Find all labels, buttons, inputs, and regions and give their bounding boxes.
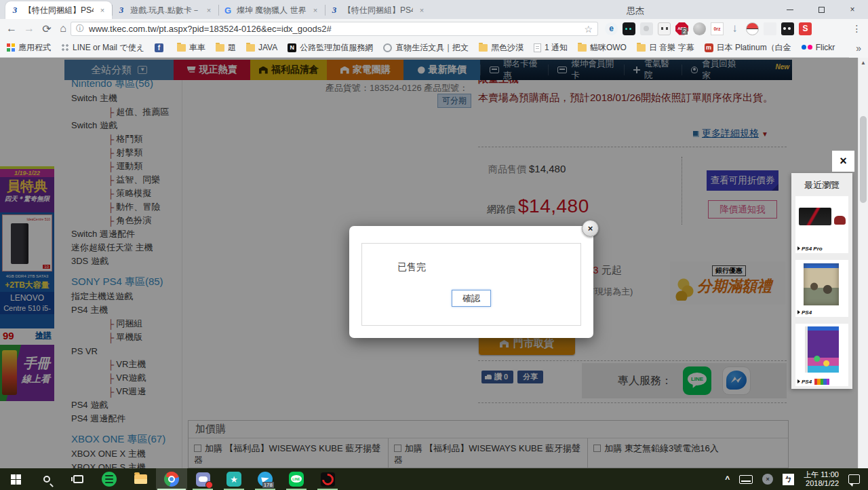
extensions-row (605, 22, 812, 35)
taskbar-spotify[interactable] (94, 468, 125, 490)
extension-icon[interactable] (799, 22, 812, 35)
tab-strip: 3 【特仕同捆組】PS4 Pro × 3 遊戲.玩具.點數卡－電視 × G 燦坤… (5, 1, 431, 19)
bookmark-star-icon[interactable]: ☆ (584, 24, 593, 35)
taskbar-line[interactable] (281, 468, 312, 490)
taskbar-clock[interactable]: 上午 11:00 2018/1/22 (804, 470, 839, 488)
bookmark-item[interactable]: 貓咪OWO (578, 42, 627, 54)
bookmark-item[interactable]: LINE or Mail で使え (61, 42, 144, 54)
browser-titlebar: 3 【特仕同捆組】PS4 Pro × 3 遊戲.玩具.點數卡－電視 × G 燦坤… (0, 0, 868, 19)
extension-icon[interactable] (764, 22, 776, 35)
bookmark-item[interactable]: 應用程式 (7, 42, 51, 54)
search-button[interactable] (31, 468, 62, 490)
bookmark-item[interactable]: 車車 (177, 42, 205, 54)
windows-taskbar: 178 ^ ㄅ 上午 11:00 2018/1/22 (0, 468, 868, 490)
taskbar-discord[interactable] (187, 468, 218, 490)
extension-icon[interactable] (728, 22, 741, 35)
browser-menu-icon[interactable]: ⋮ (850, 22, 864, 35)
tab-close-icon[interactable]: × (311, 5, 320, 15)
bookmark-item[interactable]: Flickr (802, 43, 835, 52)
dialog-close-icon[interactable]: × (582, 220, 599, 237)
forward-button[interactable]: → (20, 19, 38, 38)
extension-icon[interactable] (623, 22, 635, 35)
bookmark-item[interactable]: 題 (216, 42, 236, 54)
maximize-button[interactable] (806, 0, 837, 19)
scrollbar-thumb[interactable] (860, 116, 867, 203)
tab-close-icon[interactable]: × (98, 5, 107, 15)
bookmarks-overflow-icon[interactable]: » (849, 43, 868, 54)
recent-item[interactable]: PS4 (795, 260, 848, 317)
taskbar-garena[interactable] (312, 468, 343, 490)
platform-row: PS4 (795, 307, 848, 317)
taskbar-explorer[interactable] (125, 468, 156, 490)
spotify-icon (102, 472, 117, 487)
bookmark-item[interactable]: 黑色沙漠 (479, 42, 524, 54)
bookmark-item[interactable]: 直物生活文具｜把文 (383, 42, 469, 54)
logo-badge (814, 379, 829, 385)
extension-icon[interactable] (640, 22, 653, 35)
adblock-badge: 2 (682, 28, 688, 35)
window-controls: × (774, 0, 868, 19)
page-scrollbar[interactable]: ▲ (858, 58, 868, 468)
browser-tab[interactable]: 3 【特仕同捆組】PS4 Pro × (325, 1, 431, 19)
page-info-icon[interactable]: ⓘ (76, 23, 84, 35)
clock-time: 上午 11:00 (804, 470, 839, 479)
action-center-icon[interactable] (848, 474, 860, 484)
extension-icon[interactable] (693, 22, 706, 35)
back-button[interactable]: ← (3, 19, 20, 38)
bookmark-icon (7, 43, 15, 52)
window-user-label: 思杰 (627, 5, 644, 17)
recent-card-list: PS4 Pro PS4 PS4 (791, 196, 852, 386)
bookmark-icon (705, 43, 713, 52)
bookmark-item[interactable]: 公路監理加值服務網 (288, 42, 373, 54)
recent-item[interactable]: PS4 (795, 324, 848, 386)
scroll-up-icon[interactable]: ▲ (859, 58, 868, 68)
bookmark-label: 車車 (189, 42, 205, 54)
bookmark-label: Flickr (816, 43, 835, 52)
extension-icon[interactable] (746, 22, 759, 35)
tray-expand-icon[interactable]: ^ (725, 474, 730, 484)
task-view-button[interactable] (62, 468, 94, 490)
bookmark-item[interactable] (155, 43, 167, 52)
browser-tab[interactable]: 3 遊戲.玩具.點數卡－電視 × (112, 1, 218, 19)
taskbar-chrome[interactable] (156, 468, 187, 490)
platform-label: PS4 (802, 379, 812, 385)
taskbar-star-app[interactable] (218, 468, 250, 490)
browser-tab[interactable]: 3 【特仕同捆組】PS4 Pro × (5, 1, 112, 19)
browser-tab[interactable]: G 燦坤 魔物獵人 世界 - Go × (218, 1, 325, 19)
minimize-icon (787, 10, 793, 10)
dialog-inner-frame: 已售完 確認 (361, 243, 581, 326)
ime-indicator[interactable]: ㄅ (783, 474, 794, 485)
playstation-icon (797, 379, 800, 383)
bookmark-item[interactable]: JAVA (246, 43, 277, 52)
bookmark-item[interactable]: 1 通知 (534, 42, 568, 54)
extension-icon[interactable] (605, 22, 618, 35)
product-thumbnail (797, 326, 846, 377)
minimize-button[interactable] (774, 0, 806, 19)
home-button[interactable]: ⌂ (54, 19, 72, 38)
bookmark-item[interactable]: 日 音樂 字幕 (637, 42, 694, 54)
confirm-button[interactable]: 確認 (452, 290, 491, 307)
start-button[interactable] (0, 468, 31, 490)
extension-icon[interactable] (711, 22, 724, 35)
line-app-icon (289, 472, 304, 487)
address-bar[interactable]: ⓘ www.tkec.com.tw/pt.aspx?pid=183524-012… (71, 22, 598, 36)
url-text[interactable]: www.tkec.com.tw/pt.aspx?pid=183524-0126&… (89, 24, 579, 34)
spotify-waves (105, 478, 113, 480)
touch-keyboard-icon[interactable] (739, 475, 753, 484)
recent-panel-close-icon[interactable]: × (832, 151, 854, 172)
tray-status-icon[interactable] (762, 474, 773, 485)
reload-button[interactable]: ⟳ (38, 19, 56, 38)
taskbar-telegram[interactable]: 178 (250, 468, 281, 490)
extension-icon[interactable] (658, 22, 671, 35)
extension-icon[interactable] (781, 22, 794, 35)
tab-close-icon[interactable]: × (204, 5, 214, 15)
tab-close-icon[interactable]: × (417, 5, 427, 15)
dialog-message: 已售完 (397, 261, 426, 274)
recent-item[interactable]: PS4 Pro (795, 196, 848, 253)
bookmark-icon (802, 45, 812, 50)
close-button[interactable]: × (837, 0, 868, 19)
bookmark-label: JAVA (258, 43, 277, 52)
discord-icon (196, 472, 210, 487)
bookmark-item[interactable]: 日本 Platinum（白金 (705, 42, 791, 54)
star-app-icon (226, 472, 241, 487)
